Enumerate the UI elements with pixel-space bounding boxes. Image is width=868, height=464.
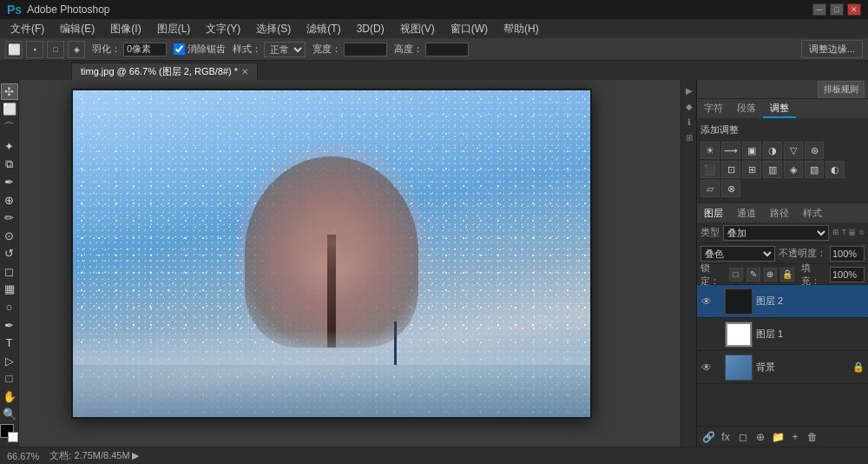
- menu-select[interactable]: 选择(S): [249, 20, 298, 38]
- layer-eye-1[interactable]: 👁: [700, 328, 713, 341]
- document-tab[interactable]: timg.jpg @ 66.7% (图层 2, RGB/8#) * ✕: [71, 63, 258, 80]
- adjust-edge-button[interactable]: 调整边缘...: [801, 40, 863, 58]
- arrow-icon[interactable]: ▶: [132, 450, 139, 461]
- panel-info-btn[interactable]: ℹ: [682, 115, 696, 129]
- layers-tab-layers[interactable]: 图层: [697, 205, 730, 222]
- delete-layer-btn[interactable]: 🗑: [805, 429, 820, 445]
- color-pair[interactable]: [0, 424, 19, 443]
- menu-3d[interactable]: 3D(D): [350, 21, 391, 36]
- add-layer-btn[interactable]: +: [787, 429, 803, 445]
- layer-row-2[interactable]: 👁 图层 2: [697, 285, 868, 318]
- shape-tool[interactable]: □: [1, 370, 18, 387]
- layer-eye-bg[interactable]: 👁: [700, 361, 713, 374]
- adjustments-row1: ☀ ⟿ ▣ ◑ ▽ ⊛: [700, 142, 865, 159]
- menu-layer[interactable]: 图层(L): [150, 20, 198, 38]
- invert-adj-btn[interactable]: ◈: [784, 161, 803, 178]
- blend-mode-select[interactable]: 叠加 正常: [723, 225, 829, 241]
- color-lookup-adj-btn[interactable]: ▥: [763, 161, 782, 178]
- spot-heal-tool[interactable]: ⊕: [1, 192, 18, 209]
- layer-type-select[interactable]: 叠色: [700, 246, 775, 262]
- zoom-level: 66.67%: [7, 451, 39, 461]
- blend-mode-row: 类型 叠加 正常 ⊞ T 불 ⊙: [697, 222, 868, 243]
- wand-tool[interactable]: ✦: [1, 138, 18, 155]
- pen-tool[interactable]: ✒: [1, 317, 18, 334]
- panel-tab-adjust[interactable]: 调整: [763, 100, 796, 118]
- hsl-adj-btn[interactable]: ▽: [784, 142, 803, 159]
- link-layers-btn[interactable]: 🔗: [700, 429, 716, 445]
- add-group-btn[interactable]: 📁: [770, 429, 786, 445]
- gradient-map-adj-btn[interactable]: ▱: [700, 180, 720, 197]
- menu-edit[interactable]: 编辑(E): [53, 20, 102, 38]
- brightness-adj-btn[interactable]: ☀: [700, 142, 720, 159]
- history-tool[interactable]: ↺: [1, 246, 18, 262]
- curves-adj-btn[interactable]: ⟿: [721, 142, 740, 159]
- eyedropper-tool[interactable]: ✒: [1, 174, 18, 190]
- panel-toggle-btn[interactable]: ▶: [682, 83, 696, 97]
- zoom-tool[interactable]: 🔍: [1, 407, 18, 423]
- height-input[interactable]: [425, 43, 469, 56]
- pole: [394, 321, 397, 365]
- layer-eye-2[interactable]: 👁: [700, 295, 713, 308]
- hand-tool[interactable]: ✋: [1, 388, 18, 405]
- menu-help[interactable]: 帮助(H): [496, 20, 546, 38]
- marquee-tool[interactable]: ⬜: [1, 102, 18, 118]
- menu-file[interactable]: 文件(F): [3, 20, 51, 38]
- bw-adj-btn[interactable]: ⬛: [700, 161, 720, 178]
- maximize-button[interactable]: □: [830, 3, 844, 16]
- photo-filter-adj-btn[interactable]: ⊡: [721, 161, 740, 178]
- feather-input[interactable]: [123, 43, 167, 56]
- lasso-tool[interactable]: ⌒: [1, 119, 18, 136]
- foreground-color[interactable]: [0, 424, 14, 438]
- panel-collapse-btn[interactable]: ◆: [682, 99, 696, 113]
- posterize-adj-btn[interactable]: ▧: [805, 161, 824, 178]
- layer-row-bg[interactable]: 👁 背景 🔒: [697, 351, 868, 384]
- dodge-tool[interactable]: ○: [1, 299, 18, 315]
- menu-view[interactable]: 视图(V): [393, 20, 442, 38]
- menu-image[interactable]: 图像(I): [103, 20, 148, 38]
- channel-mixer-adj-btn[interactable]: ⊞: [742, 161, 761, 178]
- width-input[interactable]: [344, 43, 387, 56]
- lock-all-btn[interactable]: 🔒: [780, 268, 794, 282]
- lock-transparent-btn[interactable]: □: [729, 268, 743, 282]
- width-option: 宽度：: [312, 43, 387, 56]
- tab-close-button[interactable]: ✕: [241, 67, 248, 76]
- colorbalance-adj-btn[interactable]: ⊛: [805, 142, 824, 159]
- selective-color-adj-btn[interactable]: ⊗: [721, 180, 740, 197]
- sort-rules-button[interactable]: 排板规则: [818, 81, 865, 98]
- menu-text[interactable]: 文字(Y): [199, 20, 247, 38]
- menu-window[interactable]: 窗口(W): [444, 20, 495, 38]
- add-adjustment-btn[interactable]: ⊕: [753, 429, 768, 445]
- anti-alias-checkbox[interactable]: [174, 43, 185, 55]
- layer-list: ▶ 👁 图层 2 👁: [697, 285, 868, 426]
- lock-paint-btn[interactable]: ✎: [746, 268, 760, 282]
- eraser-tool[interactable]: ◻: [1, 263, 18, 280]
- anti-alias-option[interactable]: 消除锯齿: [174, 43, 226, 56]
- opacity-input[interactable]: [830, 246, 865, 262]
- brush-tool[interactable]: ✏: [1, 209, 18, 226]
- panel-tab-char[interactable]: 字符: [697, 100, 730, 118]
- layers-tab-styles[interactable]: 样式: [796, 205, 829, 222]
- lock-pos-btn[interactable]: ⊕: [764, 268, 778, 282]
- layer-row-1[interactable]: 👁 图层 1: [697, 318, 868, 351]
- gradient-tool[interactable]: ▦: [1, 282, 18, 298]
- layer-style-btn[interactable]: fx: [718, 429, 733, 445]
- panel-extra-btn[interactable]: ⊞: [682, 130, 696, 144]
- crop-tool[interactable]: ⧉: [1, 156, 18, 173]
- vibrance-adj-btn[interactable]: ◑: [763, 142, 782, 159]
- layers-tab-channels[interactable]: 通道: [730, 205, 763, 222]
- clone-tool[interactable]: ⊙: [1, 228, 18, 244]
- lock-label: 锁定：: [700, 262, 726, 288]
- panel-tab-para[interactable]: 段落: [730, 100, 763, 118]
- layers-tab-paths[interactable]: 路径: [763, 205, 796, 222]
- fill-input[interactable]: [830, 267, 865, 282]
- exposure-adj-btn[interactable]: ▣: [742, 142, 761, 159]
- move-tool[interactable]: ✣: [1, 83, 18, 100]
- add-mask-btn[interactable]: ◻: [735, 429, 751, 445]
- style-select[interactable]: 正常: [264, 42, 306, 57]
- minimize-button[interactable]: ─: [812, 3, 826, 16]
- threshold-adj-btn[interactable]: ◐: [825, 161, 845, 178]
- close-button[interactable]: ✕: [847, 3, 861, 16]
- menu-filter[interactable]: 滤镜(T): [299, 20, 347, 38]
- type-tool[interactable]: T: [1, 335, 18, 351]
- path-select-tool[interactable]: ▷: [1, 353, 18, 369]
